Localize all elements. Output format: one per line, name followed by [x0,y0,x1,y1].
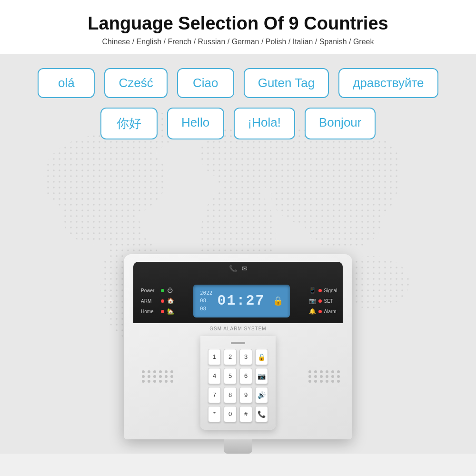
lcd-display: 202208-08 01:27 🔒 [193,285,290,318]
home-icon: 🏡 [167,308,174,315]
signal-icon: 📱 [309,287,316,294]
arm-dot [161,299,164,303]
device-stand [224,439,252,454]
set-icon: 📷 [309,298,316,304]
keypad-grid: 1 2 3 🔒 4 5 6 📷 7 8 9 🔊 * 0 # [208,349,268,422]
status-alarm: 🔔 Alarm [309,308,337,315]
phone-icon: 📞 [229,265,237,272]
key-phone[interactable]: 📞 [255,406,268,422]
status-set: 📷 SET [309,298,337,304]
arm-label: ARM [141,298,158,304]
lcd-time: 01:27 [218,293,265,309]
home-dot [161,310,164,313]
keypad-indicator [231,342,245,344]
email-icon: ✉ [242,265,248,272]
greetings-container: olá Cześć Ciao Guten Tag дравствуйте 你好 … [0,68,476,149]
signal-label: Signal [324,288,337,293]
key-3[interactable]: 3 [239,349,252,365]
arm-icon: 🏠 [167,298,174,304]
content-area: olá Cześć Ciao Guten Tag дравствуйте 你好 … [0,54,476,454]
key-1[interactable]: 1 [208,349,221,365]
key-8[interactable]: 8 [224,387,237,403]
greeting-german: Guten Tag [244,68,329,98]
device-top-panel: 📞 ✉ Power ⏻ ARM 🏠 [133,262,343,324]
key-0[interactable]: 0 [224,406,237,422]
alarm-device: 📞 ✉ Power ⏻ ARM 🏠 [124,254,352,454]
status-home: Home 🏡 [141,308,174,315]
left-speaker-dots [138,367,171,387]
greeting-chinese: 你好 [100,108,158,139]
greeting-russian: дравствуйте [338,68,438,98]
status-arm: ARM 🏠 [141,298,174,304]
status-signal: 📱 Signal [309,287,337,294]
key-hash[interactable]: # [239,406,252,422]
status-power: Power ⏻ [141,287,174,294]
left-status-indicators: Power ⏻ ARM 🏠 Home 🏡 [141,287,174,315]
right-speaker [305,367,338,400]
key-vol[interactable]: 🔊 [255,387,268,403]
key-star[interactable]: * [208,406,221,422]
key-4[interactable]: 4 [208,368,221,384]
device-label: GSM ALARM SYSTEM [133,326,343,331]
power-dot [161,289,164,292]
right-speaker-dots [305,367,338,387]
greetings-row-2: 你好 Hello ¡Hola! Bonjour [29,108,447,139]
device-top-icons: 📞 ✉ [229,265,248,272]
key-5[interactable]: 5 [224,368,237,384]
language-subtitle: Chinese / English / French / Russian / G… [10,38,466,46]
left-speaker [138,367,171,400]
greeting-italian: Ciao [177,68,234,98]
speakers-area: 1 2 3 🔒 4 5 6 📷 7 8 9 🔊 * 0 # [133,331,343,430]
key-2[interactable]: 2 [224,349,237,365]
key-lock[interactable]: 🔒 [255,349,268,365]
power-icon: ⏻ [167,287,173,294]
keypad: 1 2 3 🔒 4 5 6 📷 7 8 9 🔊 * 0 # [200,336,276,430]
set-label: SET [324,298,333,304]
lcd-lock-icon: 🔒 [273,296,283,306]
right-status-indicators: 📱 Signal 📷 SET 🔔 Alarm [309,287,337,315]
key-cam[interactable]: 📷 [255,368,268,384]
alarm-label: Alarm [324,309,337,314]
device-body: 📞 ✉ Power ⏻ ARM 🏠 [124,254,352,440]
set-dot [318,299,322,303]
key-6[interactable]: 6 [239,368,252,384]
greeting-spanish: ¡Hola! [234,108,295,139]
alarm-icon: 🔔 [309,308,316,315]
greetings-row-1: olá Cześć Ciao Guten Tag дравствуйте [29,68,447,98]
greeting-english: Hello [167,108,224,139]
greeting-french: Bonjour [305,108,376,139]
key-7[interactable]: 7 [208,387,221,403]
header-section: Language Selection Of 9 Countries Chines… [0,0,476,54]
home-label: Home [141,309,158,314]
greeting-polish: Cześć [104,68,167,98]
alarm-dot [318,310,322,313]
lcd-date: 202208-08 [200,289,213,313]
signal-dot [318,289,322,292]
key-9[interactable]: 9 [239,387,252,403]
page-title: Language Selection Of 9 Countries [10,13,466,34]
greeting-portuguese: olá [38,68,95,98]
power-label: Power [141,288,158,293]
